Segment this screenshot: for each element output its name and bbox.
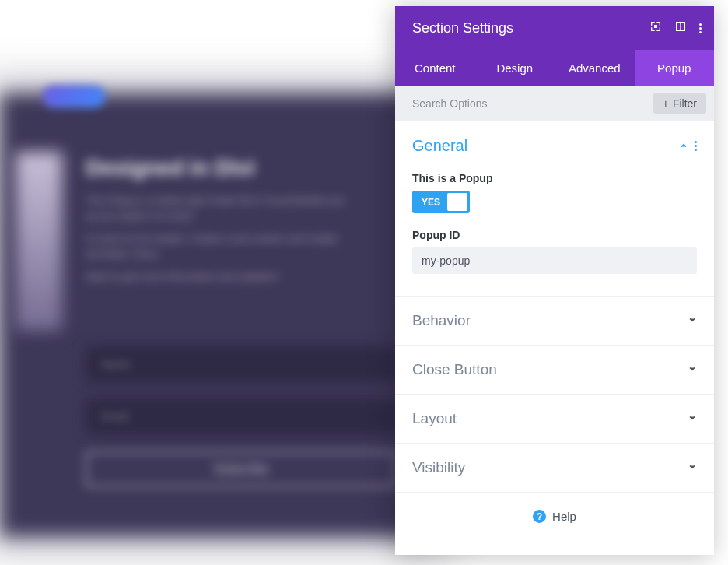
more-icon[interactable]	[699, 23, 702, 33]
visibility-title: Visibility	[412, 459, 465, 476]
background-button: Subscribe	[86, 451, 397, 487]
general-header[interactable]: General	[412, 137, 697, 155]
help-footer[interactable]: ? Help	[395, 493, 714, 540]
background-field-label: Name	[101, 358, 130, 370]
chevron-down-icon	[688, 413, 697, 425]
background-field	[86, 346, 397, 382]
is-popup-toggle[interactable]: YES	[412, 191, 470, 213]
field-popup-id: Popup ID my-popup	[412, 229, 697, 274]
panel-header: Section Settings	[395, 6, 714, 50]
fullscreen-icon[interactable]	[649, 20, 662, 36]
section-visibility[interactable]: Visibility	[395, 444, 714, 493]
chevron-down-icon	[688, 315, 697, 327]
is-popup-label: This is a Popup	[412, 172, 697, 184]
close-button-title: Close Button	[412, 361, 497, 378]
section-layout[interactable]: Layout	[395, 395, 714, 444]
general-actions	[679, 139, 697, 153]
popup-id-input[interactable]: my-popup	[412, 247, 697, 274]
more-icon[interactable]	[695, 141, 697, 151]
background-para: Want to get more information and updates…	[86, 269, 350, 285]
background-text: Designed in Divi This Popup is created r…	[86, 156, 350, 293]
layout-title: Layout	[412, 410, 457, 427]
search-bar: Search Options + Filter	[395, 86, 714, 121]
plus-icon: +	[663, 97, 669, 110]
background-para: It could not be simpler: Create a new se…	[86, 231, 350, 261]
chevron-down-icon	[688, 462, 697, 474]
background-badge	[43, 86, 105, 107]
background-image	[16, 152, 62, 331]
section-general: General This is a Popup YES Popup ID my-…	[395, 121, 714, 297]
background-field-label: Email	[101, 410, 128, 423]
popup-id-label: Popup ID	[412, 229, 697, 241]
filter-button[interactable]: + Filter	[653, 93, 706, 114]
search-input[interactable]: Search Options	[412, 97, 488, 110]
background-field	[86, 398, 397, 434]
background-heading: Designed in Divi	[86, 156, 350, 181]
panel-title: Section Settings	[412, 20, 513, 37]
general-title: General	[412, 137, 467, 155]
settings-panel: Section Settings Content Design Advanced…	[395, 6, 714, 555]
section-behavior[interactable]: Behavior	[395, 297, 714, 346]
filter-label: Filter	[673, 97, 697, 110]
panel-layout-icon[interactable]	[674, 20, 687, 36]
toggle-handle	[447, 193, 467, 211]
svg-rect-0	[654, 25, 657, 28]
chevron-down-icon	[688, 364, 697, 376]
toggle-yes-label: YES	[415, 197, 447, 208]
tab-design[interactable]: Design	[475, 50, 555, 86]
panel-tabs: Content Design Advanced Popup	[395, 50, 714, 86]
chevron-up-icon[interactable]	[679, 139, 688, 153]
tab-content[interactable]: Content	[395, 50, 475, 86]
header-actions	[649, 20, 702, 36]
section-close-button[interactable]: Close Button	[395, 346, 714, 395]
background-para: This Popup is created right inside Divi'…	[86, 193, 350, 223]
field-is-popup: This is a Popup YES	[412, 172, 697, 213]
tab-advanced[interactable]: Advanced	[555, 50, 635, 86]
behavior-title: Behavior	[412, 312, 471, 329]
help-icon: ?	[533, 510, 546, 523]
help-label: Help	[552, 510, 576, 523]
tab-popup[interactable]: Popup	[635, 50, 715, 86]
